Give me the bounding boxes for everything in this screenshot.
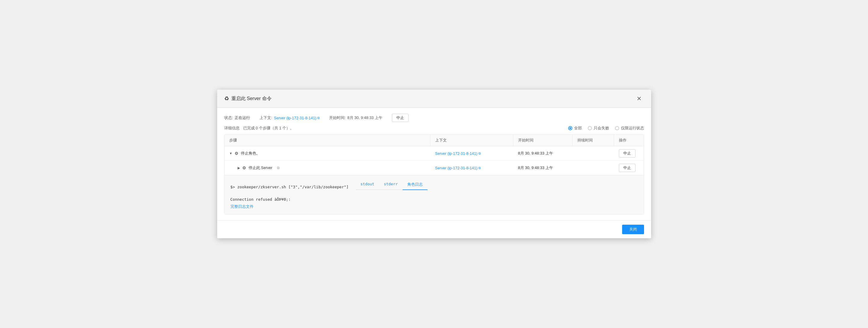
status-state: 状态: 正在运行 (224, 115, 250, 121)
modal-body: 状态: 正在运行 上下文: Server (ip-172-31-8-141) ⧉… (217, 108, 651, 220)
sub-step-ext-icon[interactable]: ⧉ (277, 166, 280, 170)
status-abort-button[interactable]: 中止 (392, 114, 408, 122)
close-action-button[interactable]: 关闭 (622, 225, 644, 234)
filter-all[interactable]: 全部 (568, 126, 582, 131)
modal-header: ♻ 重启此 Server 命令 ✕ (217, 90, 651, 108)
details-steps: 已完成 0 个步骤（共 1 个）。 (243, 126, 294, 131)
status-start-time: 开始时间: 8月 30, 9:48:33 上午 (329, 115, 382, 121)
row1-ext-icon: ⧉ (478, 152, 481, 156)
log-tabs: stdout stderr 角色日志 (356, 180, 428, 190)
radio-fail-icon (588, 126, 592, 130)
sub-row1-step-cell: ▶ ⚙ 停止此 Server ⧉ (224, 162, 430, 173)
details-right: 全部 只会失败 仅限运行状态 (568, 126, 644, 131)
row1-context-cell: Server (ip-172-31-8-141) ⧉ (430, 148, 514, 159)
context-link[interactable]: Server (ip-172-31-8-141) ⧉ (274, 116, 320, 120)
state-label: 状态: (224, 115, 233, 121)
sub-step-name-1: ▶ ⚙ 停止此 Server ⧉ (229, 165, 280, 170)
sub-row1-ext-icon: ⧉ (478, 166, 481, 170)
row1-start-cell: 8月 30, 9:48:33 上午 (514, 148, 572, 159)
state-value: 正在运行 (235, 115, 250, 121)
col-header-action: 操作 (614, 135, 644, 146)
tab-role-log[interactable]: 角色日志 (403, 180, 428, 190)
filter-running-label: 仅限运行状态 (621, 126, 644, 131)
modal: ♻ 重启此 Server 命令 ✕ 状态: 正在运行 上下文: Server (… (217, 90, 651, 238)
external-link-icon: ⧉ (317, 116, 320, 120)
sub-step-running-icon-1: ⚙ (242, 165, 246, 170)
tab-stdout[interactable]: stdout (356, 180, 379, 190)
status-context: 上下文: Server (ip-172-31-8-141) ⧉ (259, 115, 320, 121)
table-header: 步骤 上下文 开始时间 持续时间 操作 (224, 135, 644, 146)
row1-action-cell: 中止 (614, 146, 644, 160)
radio-running-icon (615, 126, 619, 130)
modal-title-text: 重启此 Server 命令 (231, 96, 272, 102)
sub-expand-icon-1[interactable]: ▶ (238, 166, 240, 170)
filter-fail-label: 只会失败 (594, 126, 609, 131)
full-log-link[interactable]: 完整日志文件 (230, 204, 254, 209)
start-label: 开始时间: (329, 115, 346, 121)
radio-all-icon (568, 126, 572, 130)
sub-step-label-1: 停止此 Server (249, 165, 273, 170)
cmd-text: $> zookeeper/zkserver.sh ["3","/var/lib/… (230, 185, 349, 189)
table-row-sub: ▶ ⚙ 停止此 Server ⧉ Server (ip-172-31-8-141… (224, 160, 644, 175)
row1-context-link[interactable]: Server (ip-172-31-8-141) ⧉ (435, 151, 481, 156)
filter-fail-only[interactable]: 只会失败 (588, 126, 609, 131)
context-link-text: Server (ip-172-31-8-141) (274, 116, 316, 120)
step-label-1: 停止角色。 (241, 151, 260, 156)
filter-all-label: 全部 (574, 126, 582, 131)
tab-stderr[interactable]: stderr (379, 180, 403, 190)
col-header-start-time: 开始时间 (514, 135, 572, 146)
close-x-button[interactable]: ✕ (634, 94, 644, 103)
sub-row1-context-text: Server (ip-172-31-8-141) (435, 166, 477, 170)
context-label: 上下文: (259, 115, 272, 121)
steps-table: 步骤 上下文 开始时间 持续时间 操作 ▼ ⚙ 停止角色。 (224, 134, 644, 214)
command-line: $> zookeeper/zkserver.sh ["3","/var/lib/… (230, 180, 638, 194)
row1-step-cell: ▼ ⚙ 停止角色。 (224, 148, 430, 159)
details-left: 详细信息 已完成 0 个步骤（共 1 个）。 (224, 126, 294, 131)
row1-duration-cell (572, 151, 614, 156)
status-row: 状态: 正在运行 上下文: Server (ip-172-31-8-141) ⧉… (224, 114, 644, 122)
sub-row1-duration-cell (572, 165, 614, 171)
step-name-1: ▼ ⚙ 停止角色。 (229, 151, 260, 156)
col-header-context: 上下文 (430, 135, 514, 146)
restart-icon: ♻ (224, 95, 229, 102)
row1-abort-button[interactable]: 中止 (619, 149, 636, 158)
sub-row1-action-cell: 中止 (614, 161, 644, 175)
row1-context-text: Server (ip-172-31-8-141) (435, 151, 477, 156)
sub-row1-start-cell: 8月 30, 9:48:33 上午 (514, 162, 572, 173)
col-header-step: 步骤 (224, 135, 430, 146)
start-value: 8月 30, 9:48:33 上午 (347, 115, 382, 121)
details-label: 详细信息 (224, 126, 240, 131)
expand-icon-1[interactable]: ▼ (229, 152, 232, 155)
details-filter-row: 详细信息 已完成 0 个步骤（共 1 个）。 全部 只会失败 仅限运行状态 (224, 126, 644, 131)
sub-row1-context-cell: Server (ip-172-31-8-141) ⧉ (430, 163, 514, 173)
log-panel: $> zookeeper/zkserver.sh ["3","/var/lib/… (224, 175, 644, 214)
col-header-duration: 持续时间 (572, 135, 614, 146)
sub-row1-abort-button[interactable]: 中止 (619, 164, 636, 172)
table-row: ▼ ⚙ 停止角色。 Server (ip-172-31-8-141) ⧉ 8月 … (224, 146, 644, 160)
modal-footer: 关闭 (217, 220, 651, 238)
sub-row1-context-link[interactable]: Server (ip-172-31-8-141) ⧉ (435, 166, 481, 170)
step-running-icon-1: ⚙ (235, 151, 239, 156)
filter-running-only[interactable]: 仅限运行状态 (615, 126, 644, 131)
modal-title: ♻ 重启此 Server 命令 (224, 95, 272, 102)
log-content: Connection refused àÔÞ¥0;: (230, 197, 638, 202)
row-group-1: ▼ ⚙ 停止角色。 Server (ip-172-31-8-141) ⧉ 8月 … (224, 146, 644, 214)
